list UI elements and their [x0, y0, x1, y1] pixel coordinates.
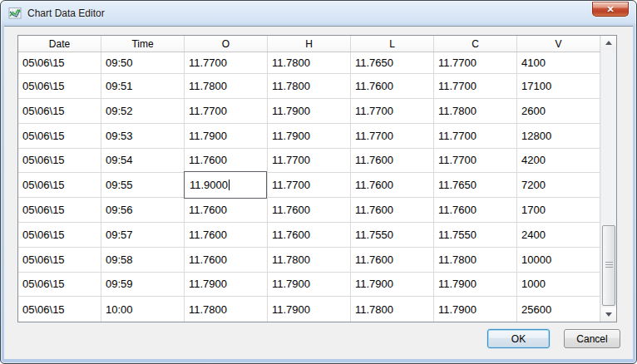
table-cell[interactable]: 09:57: [101, 223, 185, 247]
table-cell[interactable]: 11.7900: [268, 124, 351, 148]
table-cell[interactable]: 11.7600: [351, 198, 434, 222]
table-cell[interactable]: 11.7600: [351, 149, 434, 173]
table-cell[interactable]: 05\06\15: [18, 149, 101, 173]
table-cell[interactable]: 05\06\15: [18, 248, 101, 272]
table-cell[interactable]: 09:58: [101, 248, 185, 272]
table-cell[interactable]: 12800: [517, 124, 600, 148]
table-cell[interactable]: 05\06\15: [18, 297, 101, 322]
dialog-chart-data-editor: Chart Data Editor ✕ Date Time O H L C V …: [0, 0, 637, 364]
table-cell[interactable]: 11.7800: [351, 297, 434, 322]
table-cell[interactable]: 05\06\15: [18, 99, 101, 123]
table-cell[interactable]: 2600: [517, 99, 600, 123]
table-cell[interactable]: 11.7650: [351, 52, 434, 73]
title-bar[interactable]: Chart Data Editor ✕: [1, 1, 636, 26]
table-cell[interactable]: 11.7600: [185, 149, 268, 173]
table-cell[interactable]: 11.7800: [268, 52, 351, 73]
column-header-high: H: [268, 36, 351, 52]
table-cell[interactable]: 09:52: [101, 99, 185, 123]
table-cell[interactable]: 11.7900: [268, 297, 351, 322]
scrollbar-thumb[interactable]: [602, 225, 615, 306]
table-cell[interactable]: 11.7800: [185, 297, 268, 322]
column-header-close: C: [434, 36, 517, 52]
cell-being-edited[interactable]: 11.9000: [185, 173, 268, 197]
table-cell[interactable]: 11.7700: [434, 124, 517, 148]
close-button[interactable]: ✕: [592, 2, 629, 17]
table-cell[interactable]: 7200: [517, 173, 600, 197]
vertical-scrollbar[interactable]: [600, 36, 616, 322]
table-cell[interactable]: 05\06\15: [18, 198, 101, 222]
table-cell[interactable]: 11.7600: [268, 223, 351, 247]
table-cell[interactable]: 11.7800: [268, 248, 351, 272]
table-cell[interactable]: 11.7900: [268, 273, 351, 297]
table-cell[interactable]: 09:56: [101, 198, 185, 222]
table-cell[interactable]: 11.7650: [434, 173, 517, 197]
table-cell[interactable]: 4100: [517, 52, 600, 73]
ok-button[interactable]: OK: [487, 329, 550, 348]
table-cell[interactable]: 11.7600: [185, 223, 268, 247]
table-cell[interactable]: 1700: [517, 198, 600, 222]
table-row: 05\06\1509:5111.780011.780011.760011.770…: [18, 74, 600, 99]
table-cell[interactable]: 09:55: [101, 173, 185, 197]
table-cell[interactable]: 11.7600: [268, 198, 351, 222]
data-grid: Date Time O H L C V 05\06\1509:5011.7700…: [18, 36, 600, 322]
table-cell[interactable]: 11.7900: [351, 273, 434, 297]
column-header-date: Date: [18, 36, 101, 52]
table-cell[interactable]: 10:00: [101, 297, 185, 322]
table-cell[interactable]: 11.7600: [434, 198, 517, 222]
table-cell[interactable]: 09:53: [101, 124, 185, 148]
table-cell[interactable]: 11.7700: [268, 149, 351, 173]
table-cell[interactable]: 4200: [517, 149, 600, 173]
table-cell[interactable]: 05\06\15: [18, 74, 101, 98]
table-cell[interactable]: 11.7550: [351, 223, 434, 247]
table-cell[interactable]: 05\06\15: [18, 223, 101, 247]
table-cell[interactable]: 11.7700: [434, 74, 517, 98]
table-cell[interactable]: 11.7900: [185, 124, 268, 148]
table-cell[interactable]: 05\06\15: [18, 273, 101, 297]
window-title: Chart Data Editor: [27, 7, 105, 19]
table-cell[interactable]: 11.7600: [351, 173, 434, 197]
cancel-button[interactable]: Cancel: [564, 329, 620, 348]
table-cell[interactable]: 11.7600: [185, 198, 268, 222]
table-cell[interactable]: 17100: [517, 74, 600, 98]
cell-editor-input[interactable]: 11.9000: [184, 171, 267, 199]
table-row: 05\06\1509:5611.760011.760011.760011.760…: [18, 198, 600, 223]
table-cell[interactable]: 11.7900: [434, 273, 517, 297]
table-cell[interactable]: 05\06\15: [18, 124, 101, 148]
table-cell[interactable]: 11.7800: [268, 74, 351, 98]
table-cell[interactable]: 11.7700: [351, 99, 434, 123]
table-cell[interactable]: 09:51: [101, 74, 185, 98]
close-icon: ✕: [606, 5, 614, 14]
table-row: 05\06\1509:5711.760011.760011.755011.755…: [18, 223, 600, 248]
table-cell[interactable]: 11.7600: [351, 248, 434, 272]
dialog-body: Date Time O H L C V 05\06\1509:5011.7700…: [4, 26, 633, 359]
table-cell[interactable]: 11.7700: [268, 173, 351, 197]
table-cell[interactable]: 11.7700: [434, 52, 517, 73]
table-cell[interactable]: 11.7800: [434, 248, 517, 272]
table-cell[interactable]: 09:54: [101, 149, 185, 173]
table-cell[interactable]: 11.7700: [434, 149, 517, 173]
table-cell[interactable]: 25600: [517, 297, 600, 322]
table-cell[interactable]: 11.7700: [185, 52, 268, 73]
table-cell[interactable]: 1000: [517, 273, 600, 297]
table-cell[interactable]: 11.7600: [185, 248, 268, 272]
table-cell[interactable]: 2400: [517, 223, 600, 247]
table-cell[interactable]: 11.7800: [185, 74, 268, 98]
scroll-down-button[interactable]: [601, 307, 616, 322]
table-cell[interactable]: 09:50: [101, 52, 185, 73]
table-cell[interactable]: 11.7900: [268, 99, 351, 123]
table-cell[interactable]: 10000: [517, 248, 600, 272]
table-cell[interactable]: 11.7900: [185, 273, 268, 297]
scroll-up-button[interactable]: [601, 36, 616, 50]
table-cell[interactable]: 11.7700: [185, 99, 268, 123]
table-cell[interactable]: 11.7700: [351, 124, 434, 148]
table-cell[interactable]: 11.7550: [434, 223, 517, 247]
cell-editor-value: 11.9000: [190, 179, 228, 191]
table-cell[interactable]: 11.7900: [434, 297, 517, 322]
table-cell[interactable]: 09:59: [101, 273, 185, 297]
table-cell[interactable]: 11.7600: [351, 74, 434, 98]
table-cell[interactable]: 05\06\15: [18, 173, 101, 197]
table-cell[interactable]: 05\06\15: [18, 52, 101, 73]
table-cell[interactable]: 11.7800: [434, 99, 517, 123]
chart-line-icon: [8, 7, 22, 20]
table-row: 05\06\1509:5311.790011.790011.770011.770…: [18, 124, 600, 149]
